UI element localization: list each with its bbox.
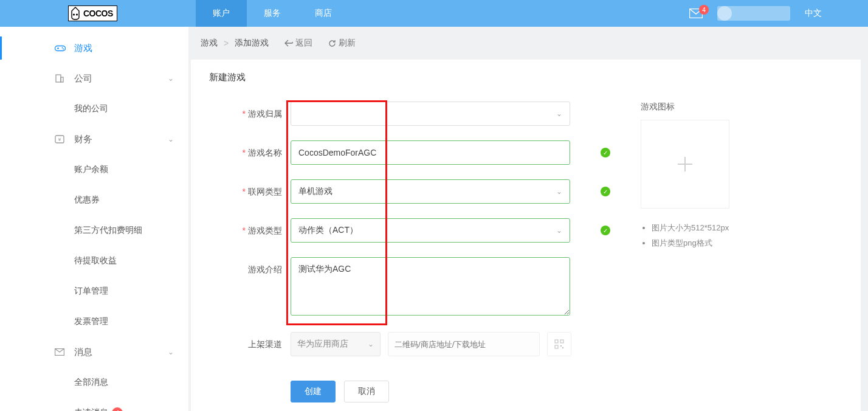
row-name: *游戏名称 ✓ xyxy=(215,140,616,165)
back-label: 返回 xyxy=(295,38,312,49)
svg-point-5 xyxy=(63,49,64,50)
chevron-down-icon: ⌄ xyxy=(556,109,562,118)
main: 游戏 > 添加游戏 返回 刷新 新建游戏 *游戏归属 xyxy=(188,27,868,411)
back-button[interactable]: 返回 xyxy=(284,38,312,49)
breadcrumb-sep: > xyxy=(224,38,229,48)
sidebar-sub-pending-income[interactable]: 待提取收益 xyxy=(55,246,188,276)
sidebar-sub-invoice-mgmt[interactable]: 发票管理 xyxy=(55,306,188,337)
sidebar-sub-my-company[interactable]: 我的公司 xyxy=(55,94,188,124)
gamepad-icon xyxy=(55,44,74,52)
chevron-down-icon: ⌄ xyxy=(168,348,174,356)
breadcrumb-add-game[interactable]: 添加游戏 xyxy=(235,38,269,49)
svg-rect-13 xyxy=(555,345,558,348)
net-label: *联网类型 xyxy=(215,179,282,204)
svg-rect-11 xyxy=(555,340,558,343)
game-icon-dropzone[interactable] xyxy=(641,120,729,209)
panel-title: 新建游戏 xyxy=(191,60,861,92)
owner-select[interactable]: ⌄ xyxy=(291,102,570,126)
chevron-down-icon: ⌄ xyxy=(556,226,562,235)
check-icon: ✓ xyxy=(601,226,610,235)
channel-select[interactable]: 华为应用商店 ⌄ xyxy=(291,332,381,356)
intro-label: 游戏介绍 xyxy=(215,257,282,281)
check-icon: ✓ xyxy=(601,148,610,157)
back-arrow-icon xyxy=(284,40,293,47)
mail-badge: 4 xyxy=(699,5,709,15)
sidebar: 游戏 公司 ⌄ 我的公司 ¥ 财务 ⌄ 账户余额 优惠券 第三方代扣费明细 待提… xyxy=(0,27,188,411)
company-icon xyxy=(55,74,74,83)
channel-url-input[interactable] xyxy=(388,332,540,356)
cat-value: 动作类（ACT） xyxy=(298,225,358,236)
nav-service[interactable]: 服务 xyxy=(247,0,298,27)
top-bar: COCOS 账户 服务 商店 4 中文 xyxy=(0,0,868,27)
cancel-button[interactable]: 取消 xyxy=(344,381,389,402)
sidebar-label: 游戏 xyxy=(74,43,92,54)
plus-icon xyxy=(674,153,696,175)
logo-wrap: COCOS xyxy=(7,5,196,21)
game-category-select[interactable]: 动作类（ACT） ⌄ xyxy=(291,218,570,243)
nav-store[interactable]: 商店 xyxy=(298,0,349,27)
top-right: 4 中文 xyxy=(689,6,861,21)
sidebar-label: 财务 xyxy=(74,134,92,145)
sidebar-item-company[interactable]: 公司 ⌄ xyxy=(55,63,188,94)
refresh-button[interactable]: 刷新 xyxy=(328,38,356,49)
message-icon xyxy=(55,348,74,356)
hint-item: 图片大小为512*512px xyxy=(652,221,836,236)
qrcode-button[interactable] xyxy=(547,332,571,356)
sidebar-item-game[interactable]: 游戏 xyxy=(55,33,188,63)
channel-label: 上架渠道 xyxy=(215,332,282,356)
create-button[interactable]: 创建 xyxy=(291,381,336,402)
row-category: *游戏类型 动作类（ACT） ⌄ ✓ xyxy=(215,218,616,243)
breadcrumb-game[interactable]: 游戏 xyxy=(201,38,218,49)
check-icon: ✓ xyxy=(601,187,610,196)
svg-point-4 xyxy=(62,47,63,49)
panel: 新建游戏 *游戏归属 ⌄ *游戏名称 xyxy=(191,60,861,411)
form-col: *游戏归属 ⌄ *游戏名称 ✓ xyxy=(215,92,616,411)
row-owner: *游戏归属 ⌄ xyxy=(215,102,616,126)
game-intro-textarea[interactable] xyxy=(291,257,570,316)
chevron-down-icon: ⌄ xyxy=(368,340,374,348)
svg-point-0 xyxy=(73,13,75,15)
row-intro: 游戏介绍 xyxy=(215,257,616,317)
wallet-icon: ¥ xyxy=(55,135,74,143)
svg-text:¥: ¥ xyxy=(58,137,61,142)
cat-label: *游戏类型 xyxy=(215,218,282,243)
unread-badge: 4 xyxy=(112,407,123,411)
sidebar-sub-balance[interactable]: 账户余额 xyxy=(55,154,188,185)
game-name-input[interactable] xyxy=(291,140,570,165)
nav-account[interactable]: 账户 xyxy=(196,0,247,27)
svg-rect-15 xyxy=(562,347,563,348)
avatar xyxy=(717,6,732,21)
owner-label: *游戏归属 xyxy=(215,102,282,126)
svg-rect-14 xyxy=(560,345,562,347)
svg-rect-6 xyxy=(56,75,61,82)
sidebar-sub-thirdparty-fee[interactable]: 第三方代扣费明细 xyxy=(55,215,188,246)
net-type-select[interactable]: 单机游戏 ⌄ xyxy=(291,179,570,204)
sidebar-label: 公司 xyxy=(74,73,92,85)
svg-rect-7 xyxy=(61,77,63,82)
language-switch[interactable]: 中文 xyxy=(805,8,822,19)
sidebar-sub-coupon[interactable]: 优惠券 xyxy=(55,185,188,215)
sidebar-label: 未读消息 xyxy=(74,407,108,411)
brand-text: COCOS xyxy=(83,9,113,18)
channel-value: 华为应用商店 xyxy=(297,339,348,350)
qrcode-icon xyxy=(554,339,564,349)
chevron-down-icon: ⌄ xyxy=(556,187,562,196)
aside-hints: 图片大小为512*512px 图片类型png格式 xyxy=(641,221,836,250)
refresh-icon xyxy=(328,40,336,47)
refresh-label: 刷新 xyxy=(339,38,356,49)
svg-rect-3 xyxy=(55,46,66,51)
hint-item: 图片类型png格式 xyxy=(652,236,836,251)
brand-logo[interactable]: COCOS xyxy=(68,5,117,21)
sidebar-label: 消息 xyxy=(74,347,92,358)
row-channel: 上架渠道 华为应用商店 ⌄ xyxy=(215,332,616,356)
sidebar-item-finance[interactable]: ¥ 财务 ⌄ xyxy=(55,124,188,154)
sidebar-sub-order-mgmt[interactable]: 订单管理 xyxy=(55,276,188,306)
sidebar-sub-unread-msg[interactable]: 未读消息 4 xyxy=(55,398,188,411)
user-menu[interactable] xyxy=(717,6,790,21)
aside-title: 游戏图标 xyxy=(641,102,836,112)
mail-icon[interactable]: 4 xyxy=(689,9,703,18)
sidebar-sub-all-msg[interactable]: 全部消息 xyxy=(55,367,188,398)
button-row: 创建 取消 xyxy=(291,381,616,411)
sidebar-item-message[interactable]: 消息 ⌄ xyxy=(55,337,188,367)
name-label: *游戏名称 xyxy=(215,140,282,165)
